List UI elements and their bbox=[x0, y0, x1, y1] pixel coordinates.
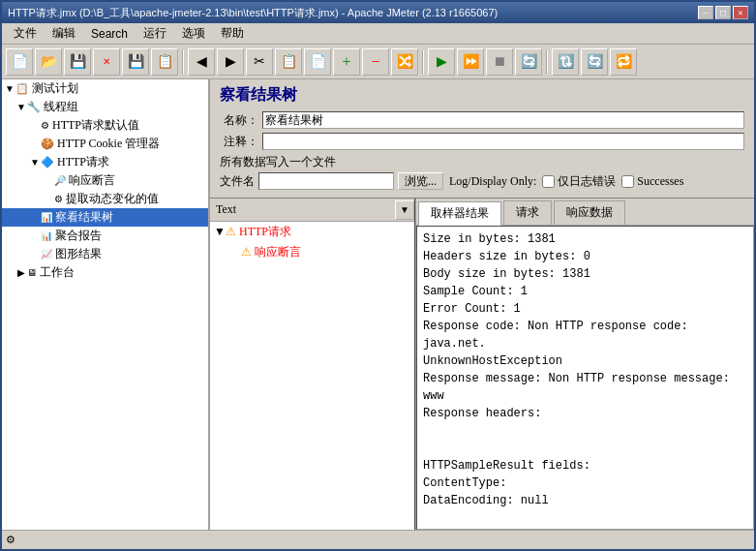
menu-help[interactable]: 帮助 bbox=[213, 23, 252, 44]
toolbar-start-no-pause[interactable]: ⏩ bbox=[457, 48, 484, 76]
toolbar-open[interactable]: 📂 bbox=[35, 48, 62, 76]
panel-header: 察看结果树 名称： 注释： 所有数据写入一个文件 文件名 浏览... bbox=[210, 79, 754, 198]
result-line-11 bbox=[423, 440, 747, 457]
toolbar-paste[interactable]: 📄 bbox=[304, 48, 331, 76]
tree-node-thread-group[interactable]: ▼ 🔧 线程组 bbox=[2, 98, 208, 116]
comment-input[interactable] bbox=[262, 133, 744, 150]
sample-item-response-assert[interactable]: ⚠ 响应断言 bbox=[210, 242, 414, 262]
tree-node-aggregate[interactable]: 📊 聚合报告 bbox=[2, 227, 208, 245]
tree-node-result-tree[interactable]: 📊 察看结果树 bbox=[2, 208, 208, 227]
results-panel: 取样器结果 请求 响应数据 Size in bytes: 1381 Header… bbox=[416, 199, 754, 530]
main-panels: ▼ 📋 测试计划 ▼ 🔧 线程组 ⚙ HTTP请求默认值 bbox=[2, 79, 754, 530]
tab-request[interactable]: 请求 bbox=[503, 200, 552, 225]
result-line-1: Headers size in bytes: 0 bbox=[423, 248, 747, 265]
toolbar-remote-start-all[interactable]: 🔄 bbox=[581, 48, 608, 76]
window-controls: — □ ✕ bbox=[698, 6, 748, 19]
toolbar-saveas[interactable]: ✕ bbox=[93, 48, 120, 76]
menu-bar: 文件 编辑 Search 运行 选项 帮助 bbox=[2, 23, 754, 45]
toolbar-stop[interactable]: ⏹ bbox=[486, 48, 513, 76]
toolbar-expand[interactable]: 🔀 bbox=[391, 48, 418, 76]
toolbar-remove[interactable]: − bbox=[362, 48, 389, 76]
tree-label-graph: 图形结果 bbox=[55, 246, 102, 262]
tree-label-http-defaults: HTTP请求默认值 bbox=[52, 117, 139, 134]
result-line-12: HTTPSampleResult fields: bbox=[423, 457, 747, 474]
toolbar-clipboard[interactable]: 📋 bbox=[151, 48, 178, 76]
toolbar-save2[interactable]: 💾 bbox=[122, 48, 149, 76]
tree-label-extractor: 提取动态变化的值 bbox=[66, 191, 159, 207]
window-title: HTTP请求.jmx (D:\B_工具\apache-jmeter-2.13\b… bbox=[8, 6, 498, 20]
sample-expand-http: ▼ bbox=[214, 225, 226, 239]
result-line-13: ContentType: bbox=[423, 474, 747, 492]
toolbar-add[interactable]: + bbox=[333, 48, 360, 76]
browse-button[interactable]: 浏览... bbox=[398, 172, 443, 190]
log-display-label: Log/Display Only: bbox=[449, 174, 536, 189]
menu-file[interactable]: 文件 bbox=[6, 23, 45, 44]
name-input[interactable] bbox=[262, 111, 744, 129]
toolbar-shutdown[interactable]: 🔄 bbox=[515, 48, 542, 76]
separator-2 bbox=[422, 50, 424, 74]
result-line-3: Sample Count: 1 bbox=[423, 283, 747, 300]
section-title: 所有数据写入一个文件 bbox=[220, 154, 744, 170]
name-label: 名称： bbox=[220, 112, 258, 129]
toolbar-save[interactable]: 💾 bbox=[64, 48, 91, 76]
tree-node-extractor[interactable]: ⚙ 提取动态变化的值 bbox=[2, 190, 208, 208]
tree-node-response-assert[interactable]: 🔎 响应断言 bbox=[2, 171, 208, 190]
http-defaults-icon: ⚙ bbox=[41, 120, 49, 131]
minimize-button[interactable]: — bbox=[698, 6, 713, 19]
successes-checkbox-label: Successes bbox=[621, 174, 683, 189]
thread-group-icon: 🔧 bbox=[27, 101, 41, 113]
expand-icon-thread-group: ▼ bbox=[15, 102, 27, 112]
panel-title: 察看结果树 bbox=[220, 85, 744, 106]
maximize-button[interactable]: □ bbox=[715, 6, 731, 19]
toolbar-copy[interactable]: 📋 bbox=[275, 48, 302, 76]
workbench-icon: 🖥 bbox=[27, 267, 37, 278]
toolbar-redo[interactable]: ▶ bbox=[217, 48, 244, 76]
toolbar-remote-start[interactable]: 🔃 bbox=[552, 48, 579, 76]
successes-checkbox[interactable] bbox=[621, 175, 634, 188]
dropdown-arrow[interactable]: ▼ bbox=[395, 200, 414, 220]
toolbar-start[interactable]: ▶ bbox=[428, 48, 455, 76]
toolbar-new[interactable]: 📄 bbox=[6, 48, 33, 76]
menu-search[interactable]: Search bbox=[83, 25, 136, 43]
tabs-bar: 取样器结果 请求 响应数据 bbox=[416, 199, 754, 226]
toolbar-undo[interactable]: ◀ bbox=[188, 48, 215, 76]
result-line-2: Body size in bytes: 1381 bbox=[423, 265, 747, 283]
tree-label-cookie: HTTP Cookie 管理器 bbox=[57, 136, 160, 152]
log-display-row: Log/Display Only: 仅日志错误 Successes bbox=[449, 173, 683, 190]
tree-node-test-plan[interactable]: ▼ 📋 测试计划 bbox=[2, 79, 208, 98]
toolbar-cut[interactable]: ✂ bbox=[246, 48, 273, 76]
result-line-5: Response code: Non HTTP response code: j… bbox=[423, 318, 747, 352]
tree-node-graph[interactable]: 📈 图形结果 bbox=[2, 245, 208, 263]
result-line-10 bbox=[423, 422, 747, 440]
title-bar: HTTP请求.jmx (D:\B_工具\apache-jmeter-2.13\b… bbox=[2, 2, 754, 23]
tree-node-cookie-manager[interactable]: 🍪 HTTP Cookie 管理器 bbox=[2, 135, 208, 153]
menu-edit[interactable]: 编辑 bbox=[45, 23, 83, 44]
sample-tree-panel: Text ▼ ▼ ⚠ HTTP请求 bbox=[210, 199, 416, 530]
toolbar: 📄 📂 💾 ✕ 💾 📋 ◀ ▶ ✂ 📋 📄 + − 🔀 ▶ ⏩ ⏹ 🔄 🔃 🔄 … bbox=[2, 45, 754, 79]
graph-icon: 📈 bbox=[41, 249, 52, 260]
extractor-icon: ⚙ bbox=[54, 194, 63, 204]
sample-label-http-request: HTTP请求 bbox=[239, 224, 291, 240]
errors-label: 仅日志错误 bbox=[558, 173, 616, 190]
file-row: 文件名 浏览... Log/Display Only: 仅日志错误 Suc bbox=[220, 172, 744, 190]
test-plan-icon: 📋 bbox=[15, 82, 29, 95]
close-button[interactable]: ✕ bbox=[733, 6, 748, 19]
toolbar-remote-stop-all[interactable]: 🔁 bbox=[610, 48, 637, 76]
sample-item-http-request[interactable]: ▼ ⚠ HTTP请求 bbox=[210, 222, 414, 242]
tree-node-http-request[interactable]: ▼ 🔷 HTTP请求 bbox=[2, 153, 208, 171]
menu-options[interactable]: 选项 bbox=[174, 23, 213, 44]
tree-node-http-defaults[interactable]: ⚙ HTTP请求默认值 bbox=[2, 116, 208, 135]
response-assert-warn-icon: ⚠ bbox=[241, 245, 252, 260]
tree-label-workbench: 工作台 bbox=[40, 264, 75, 281]
tree-label-test-plan: 测试计划 bbox=[32, 80, 78, 97]
tree-node-workbench[interactable]: ▶ 🖥 工作台 bbox=[2, 263, 208, 282]
cookie-icon: 🍪 bbox=[41, 138, 54, 150]
status-bar: ⚙ bbox=[2, 530, 754, 549]
tab-sampler-result[interactable]: 取样器结果 bbox=[418, 201, 501, 226]
menu-run[interactable]: 运行 bbox=[136, 23, 174, 44]
tree-label-http-request: HTTP请求 bbox=[57, 154, 109, 170]
file-input[interactable] bbox=[258, 172, 394, 190]
comment-label: 注释： bbox=[220, 134, 258, 150]
errors-checkbox[interactable] bbox=[542, 175, 555, 188]
tab-response-data[interactable]: 响应数据 bbox=[554, 200, 625, 225]
